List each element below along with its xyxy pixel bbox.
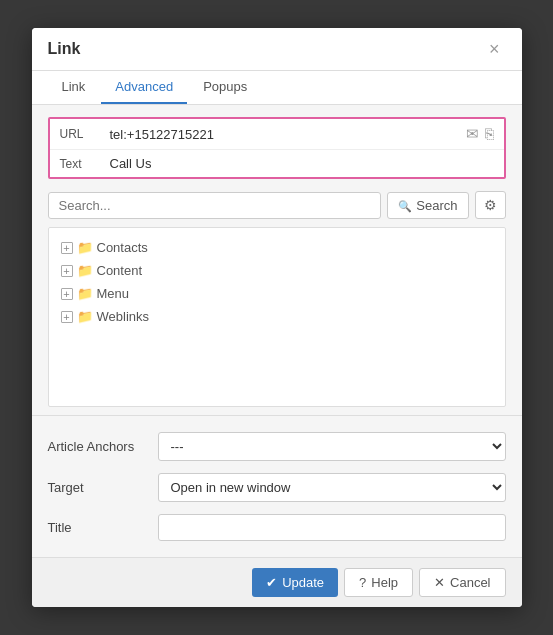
url-value: tel:+15122715221 (110, 127, 466, 142)
tree-item[interactable]: + 📁 Menu (53, 282, 501, 305)
folder-icon: 📁 (77, 286, 93, 301)
copy-icon[interactable] (485, 125, 494, 143)
check-icon (266, 575, 277, 590)
modal-footer: Update Help Cancel (32, 557, 522, 607)
target-row: Target Open in new window Open in same w… (48, 467, 506, 508)
tree-item[interactable]: + 📁 Contacts (53, 236, 501, 259)
text-label: Text (60, 157, 110, 171)
title-row: Title (48, 508, 506, 547)
search-button[interactable]: Search (387, 192, 468, 219)
url-label: URL (60, 127, 110, 141)
cancel-button[interactable]: Cancel (419, 568, 505, 597)
gear-icon (484, 197, 497, 213)
tree-item[interactable]: + 📁 Content (53, 259, 501, 282)
title-input[interactable] (158, 514, 506, 541)
folder-icon: 📁 (77, 240, 93, 255)
folder-icon: 📁 (77, 263, 93, 278)
article-anchors-select[interactable]: --- (158, 432, 506, 461)
close-button[interactable]: × (483, 38, 506, 60)
text-value: Call Us (110, 156, 494, 171)
modal-title: Link (48, 40, 81, 58)
file-tree: + 📁 Contacts + 📁 Content + 📁 Menu + 📁 We… (48, 227, 506, 407)
search-area: Search + 📁 Contacts + 📁 Content + 📁 Menu (48, 191, 506, 407)
question-icon (359, 575, 366, 590)
tab-advanced[interactable]: Advanced (101, 71, 187, 104)
modal-header: Link × (32, 28, 522, 71)
url-row: URL tel:+15122715221 (50, 119, 504, 150)
folder-icon: 📁 (77, 309, 93, 324)
settings-button[interactable] (475, 191, 506, 219)
url-icons (466, 125, 494, 143)
tree-item[interactable]: + 📁 Weblinks (53, 305, 501, 328)
update-button[interactable]: Update (252, 568, 338, 597)
text-row: Text Call Us (50, 150, 504, 177)
expand-icon: + (61, 288, 73, 300)
article-anchors-label: Article Anchors (48, 439, 158, 454)
title-label: Title (48, 520, 158, 535)
target-label: Target (48, 480, 158, 495)
x-icon (434, 575, 445, 590)
link-modal: Link × Link Advanced Popups URL tel:+151… (32, 28, 522, 607)
tab-link[interactable]: Link (48, 71, 100, 104)
help-button[interactable]: Help (344, 568, 413, 597)
expand-icon: + (61, 242, 73, 254)
target-select[interactable]: Open in new window Open in same window O… (158, 473, 506, 502)
email-icon[interactable] (466, 125, 479, 143)
article-anchors-row: Article Anchors --- (48, 426, 506, 467)
tab-bar: Link Advanced Popups (32, 71, 522, 105)
expand-icon: + (61, 311, 73, 323)
search-bar: Search (48, 191, 506, 219)
search-icon (398, 198, 412, 213)
search-input[interactable] (48, 192, 382, 219)
tab-popups[interactable]: Popups (189, 71, 261, 104)
bottom-section: Article Anchors --- Target Open in new w… (32, 415, 522, 557)
expand-icon: + (61, 265, 73, 277)
url-text-section: URL tel:+15122715221 Text Call Us (48, 117, 506, 179)
